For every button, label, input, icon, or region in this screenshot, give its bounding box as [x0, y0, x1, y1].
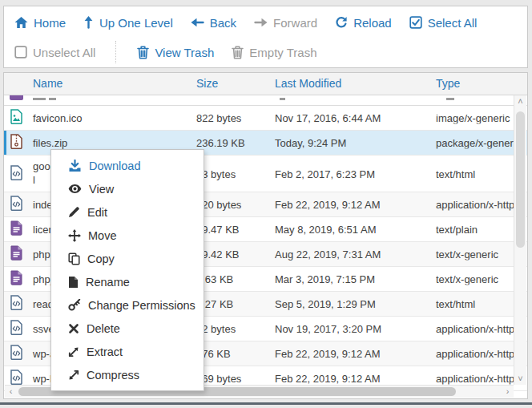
menu-item-change-permissions[interactable]: Change Permissions [51, 293, 204, 317]
table-row-favicon.ico[interactable]: favicon.ico822 bytesNov 17, 2016, 6:44 A… [4, 106, 527, 131]
file-last-modified: Feb 2, 2017, 6:23 PM [275, 168, 375, 180]
rename-icon [68, 276, 79, 289]
file-type: image/x-generic [436, 112, 514, 124]
checkbox-empty-icon [14, 46, 27, 59]
home-button[interactable]: Home [14, 16, 66, 30]
file-last-modified: Nov 19, 2017, 3:20 PM [275, 323, 381, 335]
file-type: text/x-generic [436, 248, 514, 261]
compress-icon [68, 370, 79, 381]
file-last-modified: Today, 9:24 PM [275, 137, 346, 149]
pencil-icon [68, 206, 80, 218]
file-name: favicon.ico [33, 112, 82, 124]
scroll-left-arrow-icon[interactable]: ‹ [5, 386, 17, 398]
menu-item-label: View [89, 183, 114, 196]
file-last-modified: Aug 22, 2019, 7:31 AM [275, 248, 381, 261]
menu-item-delete[interactable]: Delete [51, 317, 204, 340]
clipped-text-fragment [33, 98, 46, 100]
file-size: 822 bytes [196, 112, 241, 124]
scroll-up-arrow-icon[interactable]: ˄ [514, 95, 526, 107]
menu-item-compress[interactable]: Compress [51, 363, 204, 386]
menu-item-label: Edit [87, 206, 107, 219]
toolbar-button-label: Reload [353, 16, 392, 30]
key-icon [68, 299, 81, 311]
file-list-header: NameSizeLast ModifiedType [4, 73, 527, 95]
doc-file-icon [10, 220, 23, 239]
eye-icon [68, 184, 82, 194]
file-size: 236.19 KB [196, 137, 245, 149]
clipped-text-fragment [49, 98, 56, 100]
back-button[interactable]: Back [191, 16, 236, 30]
vertical-scrollbar[interactable]: ˄ ˅ [514, 95, 526, 385]
file-type: text/html [436, 168, 514, 180]
scroll-down-arrow-icon[interactable]: ˅ [514, 373, 526, 385]
doc-file-icon [10, 270, 23, 289]
scroll-right-arrow-icon[interactable]: › [502, 386, 514, 398]
menu-item-label: Download [89, 160, 141, 172]
column-header-size[interactable]: Size [196, 77, 218, 90]
arrow-up-icon [83, 16, 94, 29]
toolbar-button-label: View Trash [155, 46, 214, 59]
file-type: application/x-httpd-php [436, 373, 514, 385]
file-last-modified: Feb 22, 2019, 9:12 AM [275, 199, 381, 211]
code-file-icon [10, 345, 23, 363]
file-type: application/x-httpd-php [436, 199, 514, 211]
menu-item-rename[interactable]: Rename [51, 270, 204, 293]
toolbar-button-label: Empty Trash [249, 46, 316, 59]
menu-item-edit[interactable]: Edit [51, 200, 204, 224]
toolbar-button-label: Forward [273, 16, 317, 30]
column-header-last-modified[interactable]: Last Modified [275, 77, 341, 90]
code-file-icon [10, 295, 23, 313]
file-type: application/x-httpd-php [436, 323, 514, 335]
forward-button[interactable]: Forward [254, 16, 317, 30]
menu-item-label: Change Permissions [88, 299, 195, 312]
menu-item-label: Copy [87, 252, 115, 265]
zip-file-icon [10, 134, 23, 152]
clipped-text-fragment [280, 98, 285, 100]
menu-item-extract[interactable]: Extract [51, 340, 204, 363]
copy-icon [68, 252, 80, 265]
file-last-modified: Feb 22, 2019, 9:12 AM [275, 348, 381, 360]
reload-button[interactable]: Reload [335, 16, 392, 30]
toolbar-divider [115, 41, 117, 63]
file-last-modified: May 8, 2019, 6:51 AM [275, 224, 376, 236]
file-type: text/x-generic [436, 273, 514, 285]
reload-icon [335, 16, 348, 29]
delete-icon [68, 323, 79, 334]
home-icon [14, 16, 28, 29]
menu-item-copy[interactable]: Copy [51, 247, 204, 270]
column-header-name[interactable]: Name [33, 77, 62, 90]
select-all-button[interactable]: Select All [409, 16, 478, 30]
toolbar-button-label: Back [210, 16, 236, 30]
extract-icon [68, 346, 79, 358]
menu-item-view[interactable]: View [51, 177, 204, 200]
menu-item-label: Extract [87, 345, 123, 358]
file-last-modified: Mar 3, 2019, 7:15 PM [275, 273, 375, 285]
unselect-all-button[interactable]: Unselect All [14, 46, 95, 59]
toolbar-button-label: Up One Level [99, 16, 173, 30]
checkbox-checked-icon [409, 16, 422, 29]
toolbar-button-label: Select All [428, 16, 478, 30]
column-header-type[interactable]: Type [436, 77, 460, 90]
file-type: text/plain [436, 224, 514, 236]
file-type: text/html [436, 298, 514, 310]
move-icon [68, 229, 81, 242]
menu-item-label: Compress [87, 369, 139, 382]
file-context-menu: DownloadViewEditMoveCopyRenameChange Per… [50, 149, 204, 391]
up-one-level-button[interactable]: Up One Level [83, 16, 173, 30]
menu-item-label: Move [88, 229, 116, 242]
file-last-modified: Sep 5, 2019, 1:29 PM [275, 298, 376, 310]
table-row-partial[interactable] [4, 95, 527, 106]
file-name: files.zip [33, 137, 67, 149]
menu-item-move[interactable]: Move [51, 224, 204, 247]
menu-item-download[interactable]: Download [51, 154, 204, 177]
image-file-icon [10, 109, 23, 127]
menu-item-label: Delete [87, 322, 120, 335]
file-type: application/x-httpd-php [436, 348, 514, 360]
file-type: package/x-generic [436, 137, 514, 149]
toolbar-row-2: Unselect AllView TrashEmpty Trash [4, 38, 527, 66]
empty-trash-button[interactable]: Empty Trash [232, 46, 316, 59]
vertical-scrollbar-thumb[interactable] [516, 111, 525, 248]
view-trash-button[interactable]: View Trash [137, 46, 214, 59]
arrow-right-icon [254, 17, 268, 28]
toolbar-button-label: Unselect All [33, 46, 95, 59]
